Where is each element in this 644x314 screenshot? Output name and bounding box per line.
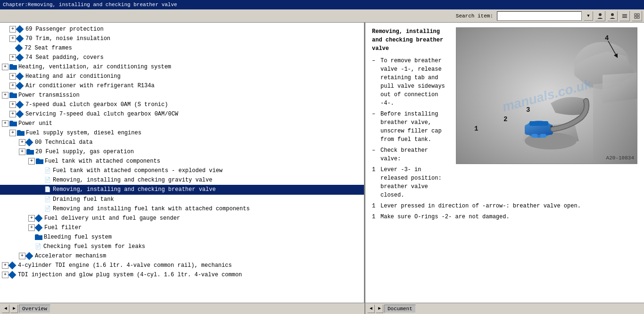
tree-item-t7[interactable]: +Air conditioner with refrigerant R134a <box>0 81 364 91</box>
diamond-icon <box>16 34 24 42</box>
tree-item-t9[interactable]: +7-speed dual clutch gearbox 0AM (S tron… <box>0 100 364 109</box>
tree-item-label: Fuel filter <box>44 224 82 231</box>
spacer <box>28 233 35 241</box>
dash: – <box>372 146 378 163</box>
tree-item-t12[interactable]: + Fuel supply system, diesel engines <box>0 128 364 138</box>
expand-icon[interactable]: + <box>9 35 16 42</box>
right-next-arrow[interactable]: ► <box>376 305 383 313</box>
toolbar: Search item: ▼ <box>0 9 644 23</box>
expand-icon[interactable]: + <box>2 120 8 127</box>
doc-content[interactable]: 1 2 3 4 A20-10834 manuals.co.uk Removing… <box>365 23 644 303</box>
search-dropdown-arrow[interactable]: ▼ <box>584 11 593 21</box>
tree-item-t25[interactable]: +Accelerator mechanism <box>0 251 364 261</box>
expand-icon[interactable]: + <box>2 272 8 278</box>
tree-item-t21[interactable]: +Fuel delivery unit and fuel gauge sende… <box>0 214 364 223</box>
diamond-icon <box>8 261 17 269</box>
toolbar-btn-user1[interactable] <box>595 11 605 21</box>
engine-svg: 1 2 3 4 <box>456 28 637 164</box>
main-container: +69 Passenger protection+70 Trim, noise … <box>0 23 644 303</box>
svg-point-0 <box>599 13 602 16</box>
tree-item-t1[interactable]: +69 Passenger protection <box>0 25 364 34</box>
para-text: Before installing breather valve, unscre… <box>380 110 451 144</box>
expand-icon[interactable]: + <box>19 139 25 146</box>
tree-item-t6[interactable]: +Heating and air conditioning <box>0 72 364 81</box>
doc-image: 1 2 3 4 A20-10834 manuals.co.uk <box>456 27 637 164</box>
expand-icon[interactable]: + <box>19 149 25 155</box>
svg-rect-5 <box>635 14 636 16</box>
tree-item-t8[interactable]: + Power transmission <box>0 91 364 100</box>
tree-item-label: 20 Fuel supply, gas operation <box>35 149 134 155</box>
tree-item-t18[interactable]: 📄Removing, installing and checking breat… <box>0 185 364 194</box>
tree-item-label: Accelerator mechanism <box>35 253 106 259</box>
diamond-icon <box>8 271 17 279</box>
tree-item-t20[interactable]: 📄Removing and installing fuel tank with … <box>0 204 364 214</box>
document-tab[interactable]: Document <box>384 305 416 313</box>
para-text: Lever pressed in direction of -arrow-: b… <box>380 202 581 210</box>
para-num: 1 <box>372 213 378 221</box>
tree-item-t4[interactable]: +74 Seat padding, covers <box>0 53 364 62</box>
svg-text:2: 2 <box>504 116 507 123</box>
svg-text:1: 1 <box>474 125 478 132</box>
search-input[interactable] <box>497 11 582 21</box>
left-next-arrow[interactable]: ► <box>10 305 18 313</box>
tree-item-label: Fuel supply system, diesel engines <box>26 130 141 136</box>
tree-item-t23[interactable]: Bleeding fuel system <box>0 232 364 242</box>
tree-item-label: Fuel tank with attached components <box>45 158 160 165</box>
tree-item-t2[interactable]: +70 Trim, noise insulation <box>0 34 364 43</box>
folder-icon <box>9 64 17 70</box>
tree-item-t5[interactable]: + Heating, ventilation, air conditioning… <box>0 62 364 72</box>
expand-icon[interactable]: + <box>9 83 16 89</box>
toolbar-btn-user2[interactable] <box>607 11 618 21</box>
person2-icon <box>609 13 616 19</box>
tree-item-label: Heating and air conditioning <box>25 73 121 80</box>
tree-container[interactable]: +69 Passenger protection+70 Trim, noise … <box>0 23 364 303</box>
tree-item-t3[interactable]: 72 Seat frames <box>0 43 364 53</box>
tree-item-t19[interactable]: 📄Draining fuel tank <box>0 195 364 204</box>
expand-icon[interactable]: + <box>9 54 16 61</box>
doc-icon: 📄 <box>44 185 51 194</box>
left-prev-arrow[interactable]: ◄ <box>2 305 9 313</box>
tree-item-t10[interactable]: +Servicing 7-speed dual clutch gearbox 0… <box>0 109 364 119</box>
doc-paragraph: –Before installing breather valve, unscr… <box>372 110 451 144</box>
tree-item-label: Air conditioner with refrigerant R134a <box>25 83 155 89</box>
expand-icon[interactable]: + <box>2 64 8 70</box>
tree-item-t11[interactable]: + Power unit <box>0 119 364 128</box>
para-num: 1 <box>372 202 378 210</box>
doc-paragraph: 1Make sure O-rings -2- are not damaged. <box>372 213 637 221</box>
folder-icon <box>9 92 17 98</box>
expand-icon[interactable]: + <box>2 92 8 99</box>
tree-item-t13[interactable]: +00 Technical data <box>0 138 364 147</box>
expand-icon[interactable]: + <box>28 215 35 222</box>
tree-item-t15[interactable]: + Fuel tank with attached components <box>0 157 364 166</box>
tree-item-t24[interactable]: 📄Checking fuel system for leaks <box>0 242 364 251</box>
toolbar-btn-grid[interactable] <box>632 11 642 21</box>
expand-icon[interactable]: + <box>28 224 35 231</box>
expand-icon[interactable]: + <box>28 158 35 165</box>
tree-item-label: Draining fuel tank <box>53 196 114 203</box>
expand-icon[interactable]: + <box>9 111 16 117</box>
status-bar: ◄ ► Overview ◄ ► Document <box>0 303 644 314</box>
tree-item-t26[interactable]: +4-cylinder TDI engine (1.6 ltr. 4-valve… <box>0 261 364 270</box>
diamond-icon <box>25 252 33 260</box>
expand-icon[interactable]: + <box>9 73 16 80</box>
toolbar-btn-menu[interactable] <box>619 11 630 21</box>
doc-paragraph: –To remove breather valve -1-, release r… <box>372 57 451 107</box>
overview-tab[interactable]: Overview <box>19 305 50 313</box>
tree-item-t16[interactable]: 📄Fuel tank with attached components - ex… <box>0 166 364 175</box>
tree-item-label: Checking fuel system for leaks <box>43 243 145 250</box>
tree-item-t14[interactable]: + 20 Fuel supply, gas operation <box>0 147 364 157</box>
expand-icon[interactable]: + <box>9 130 16 136</box>
tree-item-t22[interactable]: +Fuel filter <box>0 223 364 232</box>
tree-item-t27[interactable]: +TDI injection and glow plug system (4-c… <box>0 270 364 280</box>
tree-item-t17[interactable]: 📄Removing, installing and checking gravi… <box>0 175 364 185</box>
expand-icon[interactable]: + <box>2 262 8 269</box>
tree-item-label: Removing, installing and checking breath… <box>53 187 216 193</box>
expand-icon[interactable]: + <box>9 26 16 33</box>
dash: – <box>372 57 378 107</box>
expand-icon[interactable]: + <box>19 253 25 259</box>
folder-icon <box>36 158 43 164</box>
svg-text:4: 4 <box>605 34 609 42</box>
right-prev-arrow[interactable]: ◄ <box>367 305 375 313</box>
expand-icon[interactable]: + <box>9 101 16 108</box>
svg-point-1 <box>611 13 614 16</box>
